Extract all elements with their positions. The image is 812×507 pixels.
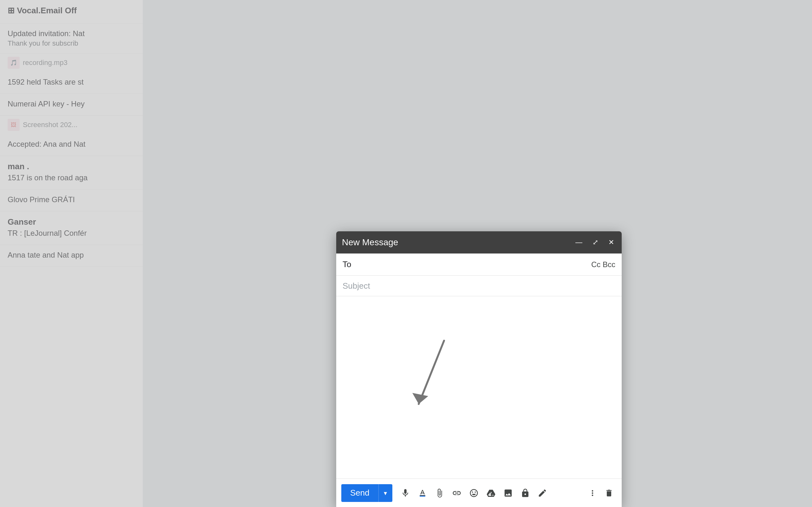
link-icon: [452, 488, 461, 498]
send-dropdown-button[interactable]: ▾: [378, 484, 392, 502]
image-button[interactable]: [500, 485, 516, 501]
more-options-button[interactable]: [585, 486, 600, 501]
compose-title: New Message: [342, 237, 398, 247]
svg-line-0: [419, 341, 444, 404]
emoji-icon: [469, 488, 478, 498]
emoji-button[interactable]: [466, 485, 482, 501]
send-button-wrapper: Send ▾: [341, 484, 392, 502]
cc-bcc-button[interactable]: Cc Bcc: [591, 260, 615, 269]
attach-button[interactable]: [432, 485, 448, 501]
send-button[interactable]: Send: [341, 484, 378, 502]
confidential-button[interactable]: [517, 485, 533, 501]
attach-icon: [435, 488, 444, 498]
svg-rect-2: [420, 496, 425, 497]
more-vertical-icon: [588, 489, 597, 498]
compose-toolbar: Send ▾: [336, 478, 622, 507]
to-input[interactable]: [355, 260, 591, 269]
drive-icon: [486, 488, 496, 498]
maximize-icon: ⤢: [593, 239, 598, 246]
arrow-annotation: [400, 334, 457, 424]
titlebar-actions: — ⤢ ✕: [573, 237, 616, 248]
minimize-icon: —: [575, 239, 582, 246]
delete-button[interactable]: [601, 486, 617, 501]
signature-icon: [538, 488, 547, 498]
compose-body[interactable]: [336, 296, 622, 478]
image-icon: [503, 488, 513, 498]
link-button[interactable]: [449, 485, 465, 501]
minimize-button[interactable]: —: [573, 237, 584, 248]
close-button[interactable]: ✕: [606, 237, 616, 248]
trash-icon: [605, 489, 613, 498]
microphone-button[interactable]: [397, 485, 413, 501]
svg-marker-1: [412, 393, 428, 404]
close-icon: ✕: [608, 239, 614, 246]
text-format-icon: [418, 488, 427, 498]
to-row: To Cc Bcc: [336, 253, 622, 276]
maximize-button[interactable]: ⤢: [591, 237, 600, 248]
compose-dialog: New Message — ⤢ ✕ To Cc Bcc: [336, 231, 622, 507]
subject-input[interactable]: [343, 281, 615, 291]
signature-button[interactable]: [535, 485, 550, 501]
drive-button[interactable]: [483, 485, 499, 501]
to-label: To: [343, 260, 352, 269]
send-dropdown-icon: ▾: [384, 489, 387, 497]
formatting-button[interactable]: [415, 485, 430, 501]
confidential-icon: [520, 488, 530, 498]
microphone-icon: [401, 488, 410, 498]
compose-titlebar: New Message — ⤢ ✕: [336, 231, 622, 253]
subject-row: [336, 276, 622, 296]
